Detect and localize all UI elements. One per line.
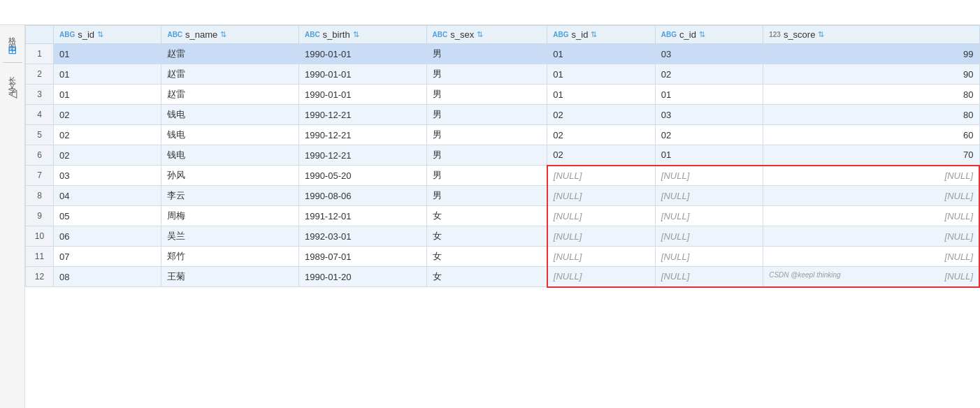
table-row[interactable]: 402钱电1990-12-21男020380 [26,105,980,125]
col-name-s_id-1: s_id [78,29,94,40]
cell-sc_s_score: [NULL] [763,166,979,186]
cell-s_sex: 男 [426,64,547,85]
cell-sc_s_id: [NULL] [547,226,655,247]
cell-s_sex: 女 [426,247,547,267]
col-name-s_birth: s_birth [323,29,350,40]
type-badge-s_name: ABC [167,31,182,38]
table-row[interactable]: 1006吴兰1992-03-01女[NULL][NULL][NULL] [26,226,980,247]
cell-sc_s_id: [NULL] [547,247,655,267]
table-row[interactable]: 201赵雷1990-01-01男010290 [26,64,980,85]
cell-sc_c_id: [NULL] [655,166,763,186]
cell-s_birth: 1991-12-01 [298,206,426,226]
sidebar-section-grid: ⊞ [0,42,24,58]
cell-sc_s_score: CSDN @keepl thinking[NULL] [763,267,979,287]
cell-sc_c_id: 01 [655,145,763,166]
cell-sc_s_score: 60 [763,125,979,145]
table-row[interactable]: 1107郑竹1989-07-01女[NULL][NULL][NULL] [26,247,980,267]
table-row[interactable]: 804李云1990-08-06男[NULL][NULL][NULL] [26,186,980,206]
col-header-s_sex: ABC s_sex ⇅ [426,26,547,44]
cell-sc_s_score: [NULL] [763,247,979,267]
cell-s_id: 02 [54,105,161,125]
cell-sc_s_id: 01 [547,64,655,85]
sidebar-label-wen[interactable]: 长 [6,67,19,73]
col-name-sc_s_id: s_id [572,29,589,40]
cell-sc_s_score: 90 [763,64,979,85]
back-icon[interactable]: ◁ [7,85,18,101]
table-row[interactable]: 602钱电1990-12-21男020170 [26,145,980,166]
sort-icon-sc_c_id[interactable]: ⇅ [699,30,705,39]
col-name-s_sex: s_sex [450,29,474,40]
cell-sc_c_id: [NULL] [655,186,763,206]
cell-sc_s_score: [NULL] [763,206,979,226]
sidebar-section-text: 长 文 字 [0,67,24,84]
col-name-sc_s_score: s_score [784,29,816,40]
sort-icon-s_sex[interactable]: ⇅ [477,30,483,39]
cell-s_id: 08 [54,267,161,287]
sidebar-divider [3,62,22,63]
table-row[interactable]: 1208王菊1990-01-20女[NULL][NULL]CSDN @keepl… [26,267,980,287]
cell-s_sex: 女 [426,206,547,226]
cell-sc_s_id: 02 [547,145,655,166]
sort-icon-s_birth[interactable]: ⇅ [353,30,359,39]
cell-s_sex: 男 [426,44,547,64]
cell-s_id: 01 [54,64,161,85]
cell-s_name: 吴兰 [161,226,299,247]
sort-icon-s_id-1[interactable]: ⇅ [97,30,103,39]
cell-sc_s_id: [NULL] [547,186,655,206]
type-badge-sc_s_score: 123 [769,31,781,38]
cell-s_sex: 女 [426,226,547,247]
cell-s_name: 钱电 [161,125,299,145]
cell-sc_s_id: [NULL] [547,206,655,226]
type-badge-s_id-1: ABG [59,31,75,38]
col-header-s_name: ABC s_name ⇅ [161,26,299,44]
cell-s_name: 王菊 [161,267,299,287]
table-container[interactable]: ABG s_id ⇅ ABC s_name ⇅ [25,25,980,408]
cell-s_birth: 1990-01-01 [298,64,426,85]
cell-s_birth: 1990-12-21 [298,125,426,145]
left-sidebar: 格 图 ⊞ 长 文 字 ◁ [0,25,25,408]
top-bar [0,0,980,25]
cell-sc_s_id: 02 [547,125,655,145]
sort-icon-sc_s_score[interactable]: ⇅ [818,30,824,39]
cell-s_name: 赵雷 [161,44,299,64]
row-number: 4 [26,105,54,125]
sort-icon-sc_s_id[interactable]: ⇅ [591,30,597,39]
cell-s_id: 07 [54,247,161,267]
row-number: 9 [26,206,54,226]
cell-sc_s_id: 01 [547,44,655,64]
expand-icon[interactable] [490,11,496,14]
cell-s_birth: 1992-03-01 [298,226,426,247]
cell-s_id: 03 [54,166,161,186]
table-row[interactable]: 703孙风1990-05-20男[NULL][NULL][NULL] [26,166,980,186]
col-header-sc_s_score: 123 s_score ⇅ [763,26,979,44]
row-number: 12 [26,267,54,287]
cell-sc_s_score: 99 [763,44,979,64]
row-number: 11 [26,247,54,267]
cell-s_id: 01 [54,85,161,105]
row-number: 6 [26,145,54,166]
grid-icon[interactable]: ⊞ [6,42,18,58]
cell-s_sex: 男 [426,186,547,206]
sidebar-label-wen3[interactable]: 字 [6,78,19,84]
sidebar-section-back: ◁ [0,85,24,101]
sidebar-label-ge[interactable]: 格 [6,28,19,34]
cell-s_sex: 男 [426,145,547,166]
main-container: 格 图 ⊞ 长 文 字 ◁ ABG s_ [0,25,980,408]
table-row[interactable]: 502钱电1990-12-21男020260 [26,125,980,145]
sidebar-label-tu[interactable]: 图 [6,35,19,41]
cell-sc_s_score: 70 [763,145,979,166]
cell-sc_c_id: [NULL] [655,247,763,267]
table-header-row: ABG s_id ⇅ ABC s_name ⇅ [26,26,980,44]
table-row[interactable]: 101赵雷1990-01-01男010399 [26,44,980,64]
type-badge-sc_c_id: ABG [661,31,677,38]
table-row[interactable]: 301赵雷1990-01-01男010180 [26,85,980,105]
sidebar-label-wen2[interactable]: 文 [6,73,19,78]
row-number: 10 [26,226,54,247]
cell-sc_c_id: 02 [655,125,763,145]
row-number: 2 [26,64,54,85]
sort-icon-s_name[interactable]: ⇅ [220,30,226,39]
col-name-s_name: s_name [185,29,217,40]
table-row[interactable]: 905周梅1991-12-01女[NULL][NULL][NULL] [26,206,980,226]
cell-s_id: 06 [54,226,161,247]
cell-s_birth: 1990-08-06 [298,186,426,206]
